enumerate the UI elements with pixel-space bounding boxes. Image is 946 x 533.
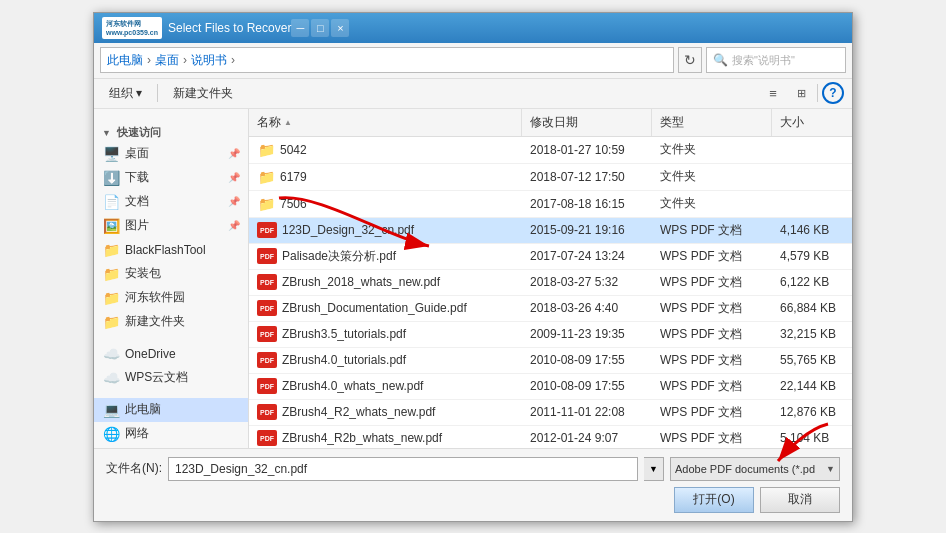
sidebar-item-newfolder[interactable]: 📁 新建文件夹 [94, 310, 248, 334]
filetype-text: Adobe PDF documents (*.pd [675, 463, 822, 475]
open-button[interactable]: 打开(O) [674, 487, 754, 513]
wps-cloud-icon: ☁️ [102, 369, 120, 387]
search-box[interactable]: 🔍 搜索"说明书" [706, 47, 846, 73]
file-size [772, 137, 852, 163]
sidebar-item-blackflashtool[interactable]: 📁 BlackFlashTool [94, 238, 248, 262]
filetype-select[interactable]: Adobe PDF documents (*.pd ▼ [670, 457, 840, 481]
sidebar-hd-label: 河东软件园 [125, 289, 240, 306]
file-type: WPS PDF 文档 [652, 348, 772, 373]
toolbar-separator [157, 84, 158, 102]
file-row[interactable]: PDF123D_Design_32_cn.pdf2015-09-21 19:16… [249, 218, 852, 244]
file-row[interactable]: PDFZBrush3.5_tutorials.pdf2009-11-23 19:… [249, 322, 852, 348]
sidebar-item-pictures[interactable]: 🖼️ 图片 📌 [94, 214, 248, 238]
refresh-button[interactable]: ↻ [678, 47, 702, 73]
pin-icon-doc: 📌 [228, 196, 240, 207]
file-row[interactable]: PDFZBrush_Documentation_Guide.pdf2018-03… [249, 296, 852, 322]
pin-icon: 📌 [228, 148, 240, 159]
filename-input[interactable] [168, 457, 638, 481]
file-row[interactable]: PDFZBrush4.0_tutorials.pdf2010-08-09 17:… [249, 348, 852, 374]
breadcrumb[interactable]: 此电脑 › 桌面 › 说明书 › [100, 47, 674, 73]
maximize-button[interactable]: □ [311, 19, 329, 37]
breadcrumb-folder[interactable]: 说明书 [191, 52, 227, 69]
file-row[interactable]: PDFZBrush4_R2b_whats_new.pdf2012-01-24 9… [249, 426, 852, 448]
folder-icon-hd: 📁 [102, 289, 120, 307]
file-size: 12,876 KB [772, 400, 852, 425]
sidebar-item-downloads[interactable]: ⬇️ 下载 📌 [94, 166, 248, 190]
sidebar-new-label: 新建文件夹 [125, 313, 240, 330]
file-type: WPS PDF 文档 [652, 400, 772, 425]
file-date: 2018-03-26 4:40 [522, 296, 652, 321]
sidebar-item-hedong[interactable]: 📁 河东软件园 [94, 286, 248, 310]
file-name: Palisade决策分析.pdf [282, 248, 396, 265]
sidebar-item-packages[interactable]: 📁 安装包 [94, 262, 248, 286]
pdf-icon: PDF [257, 222, 277, 238]
file-row[interactable]: PDFZBrush4_R2_whats_new.pdf2011-11-01 22… [249, 400, 852, 426]
file-date: 2017-08-18 16:15 [522, 191, 652, 217]
folder-icon-bft: 📁 [102, 241, 120, 259]
sidebar-item-thispc[interactable]: 💻 此电脑 [94, 398, 248, 422]
quick-access-header: ▼ 快速访问 [94, 119, 248, 142]
view-list-button[interactable]: ≡ [761, 81, 785, 105]
file-area: 名称 ▲ 修改日期 类型 大小 📁50422018-01-27 10:59文件夹… [249, 109, 852, 448]
file-date: 2018-01-27 10:59 [522, 137, 652, 163]
sidebar-bft-label: BlackFlashTool [125, 243, 240, 257]
view-details-button[interactable]: ⊞ [789, 81, 813, 105]
sidebar-onedrive-label: OneDrive [125, 347, 240, 361]
minimize-button[interactable]: ─ [291, 19, 309, 37]
quick-access-arrow: ▼ [102, 128, 111, 138]
dialog-window: 河东软件网www.pc0359.cn Select Files to Recov… [93, 12, 853, 522]
sidebar-item-desktop[interactable]: 🖥️ 桌面 📌 [94, 142, 248, 166]
file-row[interactable]: PDFZBrush4.0_whats_new.pdf2010-08-09 17:… [249, 374, 852, 400]
file-row[interactable]: PDFZBrush_2018_whats_new.pdf2018-03-27 5… [249, 270, 852, 296]
sidebar-item-onedrive[interactable]: ☁️ OneDrive [94, 342, 248, 366]
file-row[interactable]: 📁50422018-01-27 10:59文件夹 [249, 137, 852, 164]
dialog-title: Select Files to Recover [168, 21, 291, 35]
file-size: 55,765 KB [772, 348, 852, 373]
breadcrumb-pc[interactable]: 此电脑 [107, 52, 143, 69]
organize-button[interactable]: 组织 ▾ [102, 82, 149, 105]
window-controls: ─ □ × [291, 19, 349, 37]
filename-dropdown-arrow[interactable]: ▼ [644, 457, 664, 481]
sidebar-network-label: 网络 [125, 425, 240, 442]
sidebar: ▼ 快速访问 🖥️ 桌面 📌 ⬇️ 下载 📌 📄 文档 📌 [94, 109, 249, 448]
cancel-button[interactable]: 取消 [760, 487, 840, 513]
file-name: ZBrush4.0_whats_new.pdf [282, 379, 423, 393]
filetype-arrow: ▼ [826, 464, 835, 474]
col-header-name[interactable]: 名称 ▲ [249, 109, 522, 136]
pdf-icon: PDF [257, 248, 277, 264]
sidebar-thispc-label: 此电脑 [125, 401, 240, 418]
new-folder-button[interactable]: 新建文件夹 [166, 82, 240, 105]
app-logo: 河东软件网www.pc0359.cn [102, 17, 162, 39]
file-date: 2015-09-21 19:16 [522, 218, 652, 243]
sidebar-item-wps-cloud[interactable]: ☁️ WPS云文档 [94, 366, 248, 390]
close-button[interactable]: × [331, 19, 349, 37]
col-header-size[interactable]: 大小 [772, 109, 852, 136]
desktop-icon: 🖥️ [102, 145, 120, 163]
file-type: WPS PDF 文档 [652, 374, 772, 399]
file-date: 2010-08-09 17:55 [522, 348, 652, 373]
folder-icon: 📁 [257, 168, 275, 186]
pdf-icon: PDF [257, 326, 277, 342]
help-button[interactable]: ? [822, 82, 844, 104]
file-date: 2009-11-23 19:35 [522, 322, 652, 347]
file-type: WPS PDF 文档 [652, 270, 772, 295]
sort-arrow: ▲ [284, 118, 292, 127]
network-icon: 🌐 [102, 425, 120, 443]
col-header-type[interactable]: 类型 [652, 109, 772, 136]
file-type: 文件夹 [652, 137, 772, 163]
file-row[interactable]: 📁61792018-07-12 17:50文件夹 [249, 164, 852, 191]
file-row[interactable]: 📁75062017-08-18 16:15文件夹 [249, 191, 852, 218]
file-name: ZBrush4.0_tutorials.pdf [282, 353, 406, 367]
title-bar: 河东软件网www.pc0359.cn Select Files to Recov… [94, 13, 852, 43]
file-date: 2018-07-12 17:50 [522, 164, 652, 190]
main-area: ▼ 快速访问 🖥️ 桌面 📌 ⬇️ 下载 📌 📄 文档 📌 [94, 109, 852, 448]
breadcrumb-desktop[interactable]: 桌面 [155, 52, 179, 69]
file-name: 123D_Design_32_cn.pdf [282, 223, 414, 237]
sidebar-item-network[interactable]: 🌐 网络 [94, 422, 248, 446]
file-row[interactable]: PDFPalisade决策分析.pdf2017-07-24 13:24WPS P… [249, 244, 852, 270]
col-header-date[interactable]: 修改日期 [522, 109, 652, 136]
folder-icon: 📁 [257, 141, 275, 159]
quick-access-section: ▼ 快速访问 🖥️ 桌面 📌 ⬇️ 下载 📌 📄 文档 📌 [94, 115, 248, 338]
sidebar-item-documents[interactable]: 📄 文档 📌 [94, 190, 248, 214]
file-size: 5,104 KB [772, 426, 852, 448]
